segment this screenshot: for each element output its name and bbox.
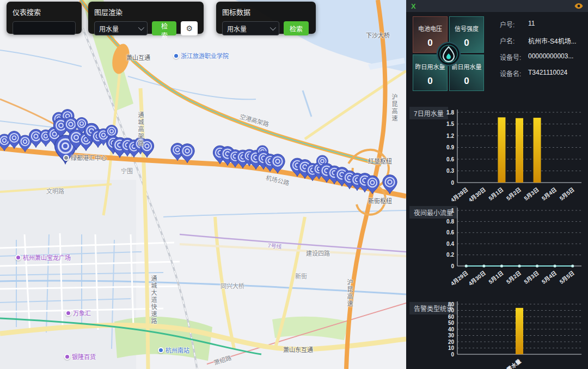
- meter-marker[interactable]: [365, 176, 379, 194]
- svg-text:5月2日: 5月2日: [505, 270, 522, 285]
- stat-value: 0: [464, 38, 469, 49]
- svg-text:0.9: 0.9: [446, 144, 454, 150]
- bar-chart-7day-usage: 00.30.60.91.21.51.84月29日4月30日5月1日5月2日5月3…: [438, 106, 586, 203]
- stat-value: 0: [464, 76, 469, 87]
- svg-text:0: 0: [451, 263, 454, 269]
- svg-text:5月4日: 5月4日: [541, 186, 558, 201]
- meter-marker-layer: [0, 0, 406, 369]
- svg-text:0.4: 0.4: [446, 241, 454, 247]
- svg-text:1: 1: [451, 208, 454, 214]
- svg-text:1.2: 1.2: [446, 133, 454, 139]
- icon-data-select[interactable]: 用水量: [222, 21, 279, 35]
- info-label: 设备号:: [500, 52, 528, 62]
- svg-text:0.6: 0.6: [446, 156, 454, 162]
- info-row-account-name: 户名: 杭州市-S4机场...: [500, 36, 577, 45]
- svg-text:5月5日: 5月5日: [559, 186, 575, 201]
- icon-data-select-value: 用水量: [227, 24, 247, 33]
- water-drop-emblem-icon: [436, 41, 461, 66]
- svg-text:1.8: 1.8: [446, 110, 454, 116]
- device-overview: 电池电压 0 信号强度 0 昨日用水量 0 前日用水量 0: [406, 12, 588, 105]
- meter-marker[interactable]: [140, 139, 154, 158]
- svg-text:4月30日: 4月30日: [467, 186, 487, 201]
- svg-text:30: 30: [448, 332, 455, 338]
- layer-search-button[interactable]: 检索: [152, 21, 176, 35]
- meter-search-panel: 仪表搜索: [7, 2, 82, 34]
- icon-search-button[interactable]: 检索: [284, 21, 309, 35]
- meter-marker[interactable]: [180, 144, 194, 163]
- svg-text:1.5: 1.5: [446, 121, 454, 127]
- bar-chart-alarm-types: 01020304050607080连续零水量: [438, 300, 586, 369]
- info-value: 11: [528, 20, 535, 29]
- svg-text:0.6: 0.6: [446, 229, 454, 235]
- icon-data-panel: 图标数据 用水量 检索: [216, 2, 316, 34]
- info-label: 设备名:: [500, 69, 528, 78]
- info-value: 00000000003...: [528, 52, 573, 62]
- device-detail-sidebar: X 电池电压 0 信号强度 0 昨日用水量 0: [406, 0, 588, 369]
- svg-text:4月29日: 4月29日: [450, 270, 469, 287]
- icon-data-title: 图标数据: [222, 7, 310, 17]
- chevron-down-icon: [138, 25, 144, 31]
- layer-render-title: 图层渲染: [94, 7, 198, 17]
- info-label: 户号:: [500, 20, 528, 29]
- stat-value: 0: [427, 38, 432, 49]
- sidebar-topbar: X: [406, 0, 588, 12]
- svg-text:5月3日: 5月3日: [523, 186, 540, 201]
- info-value: T3421110024: [528, 69, 567, 78]
- svg-text:5月1日: 5月1日: [487, 186, 504, 201]
- chevron-down-icon: [270, 25, 276, 31]
- svg-text:5月2日: 5月2日: [505, 186, 522, 201]
- meter-marker[interactable]: [271, 154, 285, 173]
- info-label: 户名:: [500, 36, 528, 45]
- meter-search-title: 仪表搜索: [13, 7, 76, 17]
- svg-text:10: 10: [448, 345, 455, 351]
- svg-text:5月4日: 5月4日: [541, 270, 558, 285]
- layer-render-panel: 图层渲染 用水量 检索 ⚙: [88, 2, 204, 34]
- svg-text:4月30日: 4月30日: [467, 270, 487, 287]
- info-row-device-no: 设备号: 00000000003...: [500, 52, 577, 62]
- svg-text:0.2: 0.2: [446, 252, 454, 258]
- info-row-account-no: 户号: 11: [500, 20, 577, 29]
- svg-text:4月29日: 4月29日: [450, 186, 469, 201]
- info-value: 杭州市-S4机场...: [528, 36, 577, 45]
- stat-value: 0: [427, 76, 432, 87]
- water-meter-gis-app: 萧山互通浙江旅游职业学院下沙大桥空港高架路通城高架路沪昆高速红垦枢纽新街枢纽机场…: [0, 0, 588, 369]
- info-row-device-name: 设备名: T3421110024: [500, 69, 577, 78]
- svg-text:70: 70: [448, 307, 455, 313]
- svg-text:0: 0: [451, 180, 454, 186]
- svg-text:40: 40: [448, 326, 455, 332]
- svg-text:0.8: 0.8: [446, 219, 454, 225]
- layer-settings-button[interactable]: ⚙: [181, 21, 198, 35]
- map-canvas[interactable]: 萧山互通浙江旅游职业学院下沙大桥空港高架路通城高架路沪昆高速红垦枢纽新街枢纽机场…: [0, 0, 406, 369]
- svg-text:0: 0: [451, 352, 454, 358]
- svg-text:60: 60: [448, 314, 455, 320]
- svg-text:80: 80: [448, 301, 455, 307]
- layer-render-select-value: 用水量: [99, 24, 119, 33]
- line-chart-night-min-flow: 00.20.40.60.814月29日4月30日5月1日5月2日5月3日5月4日…: [438, 205, 586, 289]
- close-button[interactable]: X: [411, 2, 416, 10]
- meter-search-input[interactable]: [13, 21, 76, 35]
- svg-text:0.3: 0.3: [446, 168, 454, 174]
- svg-text:20: 20: [448, 339, 455, 345]
- layer-render-select[interactable]: 用水量: [94, 21, 148, 35]
- svg-text:50: 50: [448, 320, 455, 326]
- device-info-list: 户号: 11 户名: 杭州市-S4机场... 设备号: 00000000003.…: [500, 20, 577, 85]
- stat-label: 电池电压: [418, 24, 442, 33]
- svg-text:5月5日: 5月5日: [559, 270, 575, 285]
- svg-text:连续零水量: 连续零水量: [497, 358, 522, 369]
- meter-marker[interactable]: [383, 175, 397, 194]
- gear-icon: ⚙: [186, 24, 193, 33]
- eye-icon[interactable]: [574, 3, 583, 9]
- svg-text:5月1日: 5月1日: [487, 270, 504, 285]
- stat-label: 信号强度: [455, 24, 479, 33]
- svg-text:5月3日: 5月3日: [523, 270, 540, 285]
